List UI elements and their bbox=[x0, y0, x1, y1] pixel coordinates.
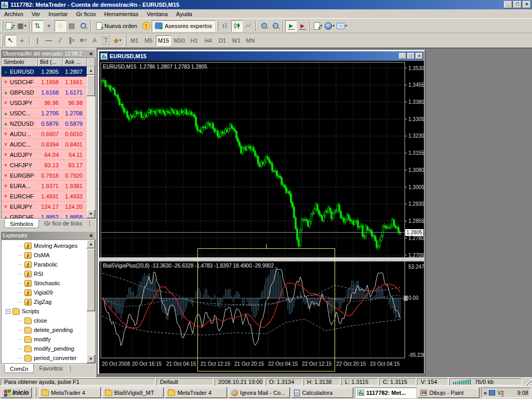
task-button-calculadora[interactable]: Calculadora bbox=[291, 388, 353, 398]
periods-button[interactable]: ▾ bbox=[324, 20, 336, 32]
templates-button[interactable]: ~▾ bbox=[336, 20, 348, 32]
candlestick-button[interactable] bbox=[231, 20, 243, 32]
timeframe-mn[interactable]: MN bbox=[244, 35, 257, 46]
timeframe-m30[interactable]: M30 bbox=[171, 35, 187, 46]
market-watch-scrollbar[interactable]: ▲ ▼ bbox=[87, 66, 95, 218]
market-watch-caption[interactable]: Observaci¢n del mercado: 12:08:2 ✕ bbox=[1, 50, 96, 58]
navigator-scrollbar[interactable]: ▲ ▼ bbox=[87, 240, 95, 363]
tree-item-zigzag[interactable]: ƒZigZag bbox=[2, 297, 87, 307]
scroll-thumb[interactable] bbox=[87, 75, 95, 96]
table-row[interactable]: ▲USDC...1.27051.2708 bbox=[2, 108, 87, 118]
price-chart[interactable]: 1.35301.34551.33801.33051.32301.31551.30… bbox=[99, 61, 424, 374]
table-row[interactable]: ▼AUDJPY64.0464.11 bbox=[2, 150, 87, 160]
table-row[interactable]: ▲EURUSD1.28051.2807 bbox=[2, 66, 87, 77]
navigator-toggle[interactable]: ☆ bbox=[55, 20, 66, 32]
collapse-icon[interactable]: − bbox=[6, 309, 10, 314]
toolbar-grip[interactable] bbox=[125, 35, 126, 46]
vertical-line-tool[interactable]: | bbox=[32, 35, 43, 46]
timeframe-h4[interactable]: H4 bbox=[202, 35, 215, 46]
tree-item-scripts[interactable]: −Scripts bbox=[2, 307, 87, 316]
crosshair-tool[interactable]: ＋ bbox=[16, 35, 28, 46]
profiles-button[interactable]: ▦▾ bbox=[16, 20, 28, 32]
status-profile[interactable]: Default bbox=[156, 378, 214, 385]
timeframe-m1[interactable]: M1 bbox=[128, 35, 141, 46]
market-watch-toggle[interactable]: ⇅ bbox=[32, 20, 43, 32]
menu-insertar[interactable]: Insertar bbox=[44, 10, 72, 18]
scroll-up-icon[interactable]: ▲ bbox=[87, 66, 95, 75]
table-row[interactable]: ▼USDCHF1.16581.1661 bbox=[2, 77, 87, 87]
tree-item-rsi[interactable]: ƒRSI bbox=[2, 269, 87, 278]
toolbar-grip[interactable] bbox=[2, 35, 3, 46]
alerts-button[interactable]: ! bbox=[140, 20, 152, 32]
indicators-button[interactable]: ▾ bbox=[312, 20, 324, 32]
table-row[interactable]: ▲GBPUSD1.61681.6171 bbox=[2, 87, 87, 98]
tree-item-delete_pending[interactable]: delete_pending bbox=[2, 325, 87, 335]
menu-herramientas[interactable]: Herramientas bbox=[100, 10, 142, 18]
taskbar-grip[interactable] bbox=[34, 388, 36, 397]
tree-item-stochastic[interactable]: ƒStochastic bbox=[2, 278, 87, 288]
table-row[interactable]: ▲NZDUSD0.58760.5879 bbox=[2, 118, 87, 129]
task-button-metatrader-4[interactable]: MetaTrader 4 bbox=[39, 388, 101, 398]
close-button[interactable]: × bbox=[523, 1, 531, 8]
chart-shift-toggle[interactable]: ► bbox=[297, 20, 308, 32]
menu-ver[interactable]: Ver bbox=[28, 10, 45, 18]
toolbar-grip[interactable] bbox=[2, 21, 3, 31]
tree-item-modify_pending[interactable]: modify_pending bbox=[2, 344, 87, 353]
task-button-metatrader-4[interactable]: MetaTrader 4 bbox=[165, 388, 227, 398]
column-bid[interactable]: Bid (... bbox=[38, 58, 63, 66]
line-chart-button[interactable] bbox=[243, 20, 254, 32]
scroll-down-icon[interactable]: ▼ bbox=[87, 355, 95, 363]
tree-item-modify[interactable]: modify bbox=[2, 335, 87, 344]
tree-item-moving-averages[interactable]: ƒMoving Averages bbox=[2, 241, 87, 250]
table-row[interactable]: ▼AUDC...0.83940.8401 bbox=[2, 139, 87, 150]
menu-archivo[interactable]: Archivo bbox=[0, 10, 28, 18]
table-row[interactable]: ▼EURA...1.93711.9381 bbox=[2, 181, 87, 191]
chart-close-button[interactable]: × bbox=[416, 53, 423, 59]
expert-advisors-button[interactable]: Asesores expertos bbox=[152, 20, 215, 32]
trendline-tool[interactable]: ∕ bbox=[55, 35, 66, 46]
fibonacci-tool[interactable]: ≡F bbox=[77, 35, 89, 46]
channel-tool[interactable]: ∥E bbox=[66, 35, 77, 46]
column-ask[interactable]: Ask ... bbox=[63, 58, 87, 66]
tree-item-vigia09[interactable]: ƒVigia09 bbox=[2, 288, 87, 297]
tree-item-parabolic[interactable]: ƒParabolic bbox=[2, 260, 87, 269]
task-button-blai5vigia9_mt[interactable]: Blai5Vigia9_MT bbox=[102, 388, 164, 398]
text-tool[interactable]: A bbox=[89, 35, 100, 46]
tab-favoritos[interactable]: Favoritos bbox=[34, 364, 68, 373]
zoom-out-button[interactable]: − bbox=[270, 20, 281, 32]
task-button-dibujo-paint[interactable]: Dibujo - Paint bbox=[418, 388, 480, 398]
tab-tick-chart[interactable]: Gr fico de ticks bbox=[39, 219, 87, 228]
new-order-button[interactable]: Nueva orden bbox=[93, 20, 140, 32]
table-row[interactable]: ▼USDJPY96.9696.98 bbox=[2, 98, 87, 108]
chart-client-area[interactable]: 1.35301.34551.33801.33051.32301.31551.30… bbox=[99, 61, 424, 374]
timeframe-h1[interactable]: H1 bbox=[188, 35, 201, 46]
task-button-ignora-mail-co-[interactable]: Ignora Mail - Co... bbox=[229, 388, 290, 398]
tab-simbolos[interactable]: Simbolos bbox=[4, 219, 39, 228]
data-window-button[interactable]: + bbox=[43, 20, 55, 32]
navigator-caption[interactable]: Explorador ✕ bbox=[1, 232, 96, 240]
menu-ventana[interactable]: Ventana bbox=[142, 10, 171, 18]
scroll-up-icon[interactable]: ▲ bbox=[87, 240, 95, 248]
scroll-thumb[interactable] bbox=[87, 249, 95, 311]
market-watch-close-icon[interactable]: ✕ bbox=[88, 51, 94, 57]
zoom-in-button[interactable]: + bbox=[258, 20, 270, 32]
resize-grip[interactable] bbox=[523, 378, 531, 386]
chart-minimize-button[interactable]: _ bbox=[399, 53, 406, 59]
navigator-close-icon[interactable]: ✕ bbox=[88, 233, 94, 238]
table-row[interactable]: ▼CHFJPY83.1383.17 bbox=[2, 160, 87, 170]
minimize-button[interactable]: _ bbox=[504, 1, 512, 8]
arrows-tool[interactable]: ◆▾ bbox=[112, 35, 123, 46]
table-row[interactable]: ▼AUDU...0.66070.6610 bbox=[2, 129, 87, 139]
tray-chevron[interactable]: « bbox=[484, 390, 487, 396]
start-button[interactable]: Inicio bbox=[1, 388, 32, 398]
task-button-1117782-met-[interactable]: 1117782: Met... bbox=[355, 388, 417, 398]
antivirus-icon[interactable]: V2 bbox=[497, 390, 504, 396]
timeframe-w1[interactable]: W1 bbox=[230, 35, 243, 46]
table-row[interactable]: ▼EURJPY124.17124.20 bbox=[2, 202, 87, 212]
strategy-tester-button[interactable] bbox=[77, 20, 89, 32]
timeframe-m15[interactable]: M15 bbox=[156, 35, 171, 46]
tree-item-close[interactable]: close bbox=[2, 316, 87, 325]
table-row[interactable]: ▼EURGBP0.79180.7920 bbox=[2, 170, 87, 181]
timeframe-m5[interactable]: M5 bbox=[142, 35, 155, 46]
new-chart-button[interactable]: ▾ bbox=[5, 20, 16, 32]
